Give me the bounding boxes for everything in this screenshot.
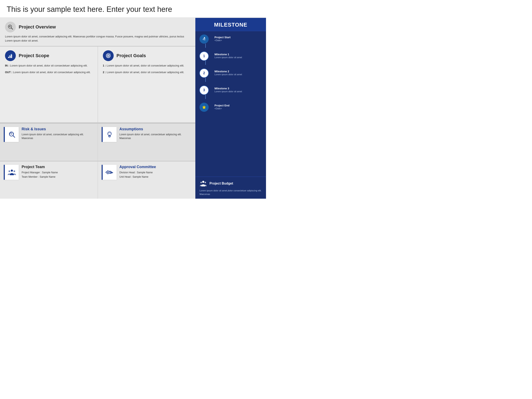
budget-header: Project Budget	[200, 180, 262, 187]
milestone-1-info: Milestone 1 Lorem ipsum dolor sit amet	[215, 51, 262, 59]
assumptions-content: Assumptions Lorem ipsum dolor sit amet, …	[120, 127, 192, 140]
team-manager: Project Manager : Sample Name	[22, 171, 94, 175]
budget-section: Project Budget Lorem ipsum dolor sit ame…	[195, 177, 266, 199]
project-team-section: Project Team Project Manager : Sample Na…	[0, 161, 98, 199]
main-layout: Project Overview Lorem ipsum dolor sit a…	[0, 18, 266, 199]
milestone-start: Project Start <Date>	[200, 34, 262, 48]
goal-2-item: 2 : Lorem ipsum dolor sit amet, dolor si…	[103, 70, 190, 74]
search-magnify-icon	[7, 24, 13, 30]
team-content: Project Team Project Manager : Sample Na…	[22, 165, 94, 179]
svg-line-1	[11, 28, 13, 29]
svg-point-36	[205, 182, 206, 183]
svg-point-28	[8, 171, 10, 172]
scope-in-item: IN : Lorem ipsum dolor sit amet, dolor s…	[5, 63, 93, 68]
project-scope-section: Project Scope IN : Lorem ipsum dolor sit…	[0, 47, 98, 122]
milestone-start-info: Project Start <Date>	[215, 34, 262, 42]
connector-3	[205, 95, 206, 99]
approval-section: Approval Committee Division Head : Sampl…	[98, 161, 196, 199]
milestone-2-info: Milestone 2 Lorem ipsum dolor sit amet	[215, 69, 262, 76]
svg-point-22	[109, 136, 110, 137]
approval-icon-box	[102, 165, 117, 180]
svg-point-30	[107, 172, 108, 173]
budget-text: Lorem ipsum dolor sit amet,dolor consect…	[200, 189, 262, 196]
goals-title: Project Goals	[117, 53, 146, 58]
team-icon-box	[4, 165, 19, 180]
overview-text: Lorem ipsum dolor sit amet, consectetuer…	[5, 34, 190, 43]
team-approval-row: Project Team Project Manager : Sample Na…	[0, 161, 195, 199]
page-title: This is your sample text here. Enter you…	[0, 0, 266, 18]
svg-line-13	[13, 135, 15, 137]
connector-1	[205, 61, 206, 65]
risk-text: Lorem ipsum dolor sit amet, consectetuer…	[22, 133, 94, 140]
svg-marker-6	[11, 54, 12, 55]
connector-2	[205, 78, 206, 82]
milestone-3-desc: Lorem ipsum dolor sit amet	[215, 90, 262, 93]
milestone-3: 3 Milestone 3 Lorem ipsum dolor sit amet	[200, 86, 262, 99]
svg-point-31	[111, 172, 112, 173]
milestone-end-info: Project End <Date>	[215, 103, 262, 110]
scope-out-label: OUT :	[5, 71, 12, 74]
left-panel: Project Overview Lorem ipsum dolor sit a…	[0, 18, 195, 199]
milestone-1: 1 Milestone 1 Lorem ipsum dolor sit amet	[200, 51, 262, 65]
scope-in-text: Lorem ipsum dolor sit amet, dolor sit co…	[10, 64, 88, 67]
svg-point-27	[11, 170, 13, 172]
goal-1-label: 1 :	[103, 64, 106, 67]
milestone-2-circle: 2	[200, 69, 209, 78]
milestone-1-desc: Lorem ipsum dolor sit amet	[215, 56, 262, 59]
milestone-list: Project Start <Date> 1 Milestone 1 Lorem…	[195, 31, 266, 177]
milestone-end-desc: <Date>	[215, 107, 262, 110]
assumptions-text: Lorem ipsum dolor sit amet, consectetuer…	[120, 133, 192, 140]
milestone-end: Project End <Date>	[200, 103, 262, 112]
chart-icon	[7, 53, 13, 59]
risk-content: Risk & Issues Lorem ipsum dolor sit amet…	[22, 127, 94, 140]
approval-title: Approval Committee	[120, 165, 192, 169]
approval-division: Division Head : Sample Name	[120, 171, 192, 175]
milestone-panel: MILESTONE Project Start	[195, 18, 266, 199]
scope-header: Project Scope	[5, 50, 93, 61]
team-title: Project Team	[22, 165, 94, 169]
milestone-start-label: Project Start	[215, 36, 262, 39]
svg-point-34	[202, 181, 204, 183]
scope-title: Project Scope	[19, 53, 49, 58]
milestone-2-label: Milestone 2	[215, 70, 262, 73]
svg-point-32	[204, 37, 205, 38]
assumptions-title: Assumptions	[120, 127, 192, 131]
milestone-1-circle: 1	[200, 51, 209, 61]
risk-issues-section: Risk & Issues Lorem ipsum dolor sit amet…	[0, 124, 98, 161]
svg-marker-33	[202, 105, 206, 109]
risk-title: Risk & Issues	[22, 127, 94, 131]
svg-point-2	[10, 26, 10, 27]
svg-point-29	[13, 171, 15, 172]
milestone-3-label: Milestone 3	[215, 87, 262, 90]
scope-icon-circle	[5, 50, 16, 61]
milestone-1-label: Milestone 1	[215, 53, 262, 56]
assumptions-icon-box	[102, 127, 117, 142]
target-icon	[105, 53, 111, 59]
budget-team-icon	[200, 180, 207, 187]
goal-1-item: 1 : Lorem ipsum dolor sit amet, dolor si…	[103, 63, 190, 68]
svg-point-15	[11, 134, 12, 134]
overview-icon-circle	[5, 22, 16, 32]
svg-rect-5	[11, 54, 12, 58]
handshake-icon	[105, 168, 114, 177]
goals-icon-circle	[103, 50, 114, 61]
svg-point-35	[201, 182, 202, 183]
overview-title: Project Overview	[19, 24, 56, 30]
connector-start	[205, 44, 206, 48]
assumptions-section: Assumptions Lorem ipsum dolor sit amet, …	[98, 124, 196, 161]
scope-out-text: Lorem ipsum dolor sit amet, dolor sit co…	[13, 71, 91, 74]
goal-1-text: Lorem ipsum dolor sit amet, dolor sit co…	[107, 64, 184, 67]
brain-gear-icon	[105, 130, 114, 139]
project-overview-section: Project Overview Lorem ipsum dolor sit a…	[0, 18, 195, 47]
overview-header: Project Overview	[5, 22, 190, 32]
project-goals-section: Project Goals 1 : Lorem ipsum dolor sit …	[98, 47, 196, 122]
milestone-start-circle	[200, 34, 209, 44]
goals-header: Project Goals	[103, 50, 190, 61]
milestone-end-circle	[200, 103, 209, 112]
svg-rect-3	[8, 57, 9, 58]
scope-out-item: OUT : Lorem ipsum dolor sit amet, dolor …	[5, 70, 93, 74]
goal-2-text: Lorem ipsum dolor sit amet, dolor sit co…	[107, 71, 184, 74]
milestone-2: 2 Milestone 2 Lorem ipsum dolor sit amet	[200, 69, 262, 82]
milestone-start-desc: <Date>	[215, 39, 262, 42]
milestone-3-circle: 3	[200, 86, 209, 95]
